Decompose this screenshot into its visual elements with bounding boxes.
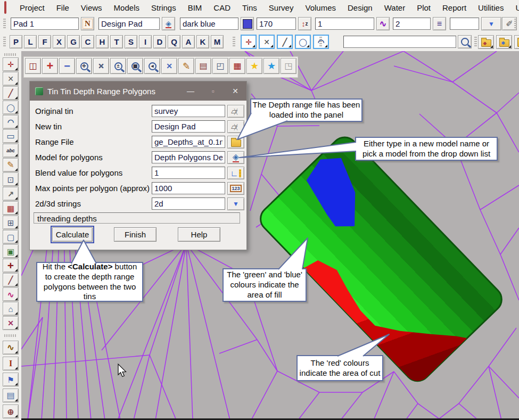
insert-tool-button[interactable]: I: [3, 357, 19, 370]
toolbar-grip[interactable]: [3, 37, 6, 47]
grid-tool-button[interactable]: ▦: [3, 201, 19, 215]
layers-button[interactable]: ◈: [227, 151, 244, 164]
point-snap-button[interactable]: ✛: [241, 35, 257, 49]
tin-button[interactable]: ▱╳: [227, 120, 244, 133]
toolbar-grip[interactable]: [514, 19, 517, 29]
toolbar-grip[interactable]: [4, 334, 17, 337]
redraw-button[interactable]: ✕: [161, 58, 177, 74]
snap-toggle-t[interactable]: T: [110, 35, 123, 48]
model-input[interactable]: [98, 18, 160, 30]
original-tin-input[interactable]: [152, 105, 225, 117]
notes-tool-button[interactable]: ▤: [3, 389, 19, 402]
snap-toggle-q[interactable]: Q: [168, 35, 180, 48]
height-input[interactable]: [257, 18, 296, 30]
text-tool-button[interactable]: abc: [3, 144, 19, 158]
toolbar-grip[interactable]: [233, 37, 235, 47]
menu-strings[interactable]: Strings: [145, 3, 182, 12]
sketch-tool-button[interactable]: ∿: [3, 341, 19, 355]
circle-snap-button[interactable]: ◯: [295, 35, 311, 49]
new-tin-input[interactable]: [152, 120, 225, 133]
snap-toggle-d[interactable]: D: [153, 35, 166, 48]
menu-bim[interactable]: BIM: [182, 3, 208, 12]
swatch-button[interactable]: [241, 17, 254, 30]
menu-file[interactable]: File: [51, 3, 75, 12]
colour-line-tool-button[interactable]: ∿: [3, 287, 19, 301]
zoom-extents-button[interactable]: ✛: [76, 58, 92, 74]
help-button[interactable]: Help: [178, 227, 220, 242]
number-button[interactable]: 123: [227, 182, 244, 195]
rectangle-tool-button[interactable]: ▭: [3, 129, 19, 143]
folder-button[interactable]: [227, 136, 244, 149]
linestyle-button[interactable]: ≡: [433, 17, 446, 30]
arc-tool-button[interactable]: ◠: [3, 115, 19, 129]
cross-snap-button[interactable]: ✕: [259, 35, 275, 49]
linestyle-input[interactable]: [393, 18, 431, 30]
snap-toggle-k[interactable]: K: [196, 35, 209, 48]
maximize-button[interactable]: ▫: [202, 87, 224, 95]
copy-button[interactable]: ◰: [212, 58, 228, 74]
menu-utilities[interactable]: Utilities: [472, 3, 509, 12]
search-button[interactable]: [458, 35, 472, 48]
pan-button[interactable]: ✛: [93, 58, 109, 74]
folder-gears-button[interactable]: ✱: [496, 35, 512, 49]
print-button[interactable]: ▤: [195, 58, 211, 74]
line-snap-button[interactable]: ╱: [277, 35, 293, 49]
menu-plot[interactable]: Plot: [411, 3, 436, 12]
finish-button[interactable]: Finish: [114, 227, 156, 242]
string-name-input[interactable]: [11, 18, 79, 30]
2d-3d-strings-input[interactable]: [152, 197, 225, 210]
snap-toggle-h[interactable]: H: [96, 35, 109, 48]
weight-input[interactable]: [315, 18, 374, 30]
label-tool-button[interactable]: ⚑: [3, 373, 19, 386]
remove-view-button[interactable]: −: [59, 58, 75, 74]
snap-toggle-c[interactable]: C: [81, 35, 94, 48]
calculate-button[interactable]: Calculate: [52, 227, 93, 242]
tinable-input[interactable]: [450, 18, 479, 30]
toolbar-grip[interactable]: [3, 19, 6, 29]
toolbar-grip[interactable]: [474, 37, 477, 47]
circle-tool-button[interactable]: ◯: [3, 101, 19, 114]
snap-toggle-s[interactable]: S: [125, 35, 137, 48]
snap-toggle-g[interactable]: G: [67, 35, 80, 48]
snap-toggle-p[interactable]: P: [10, 35, 22, 48]
line-tool-button[interactable]: ╱: [3, 86, 19, 100]
favourites-yellow-button[interactable]: ★: [246, 58, 262, 74]
folder-extra-button[interactable]: ✱: [514, 35, 519, 49]
menu-project[interactable]: Project: [14, 3, 51, 12]
zoom-in-out-button[interactable]: ±: [110, 58, 126, 74]
brush-button[interactable]: ✎: [178, 58, 194, 74]
menu-survey[interactable]: Survey: [263, 3, 300, 12]
colour-input[interactable]: [180, 18, 238, 30]
height-button[interactable]: ↕z: [298, 17, 311, 30]
measure-tool-button[interactable]: ↗: [3, 187, 19, 201]
snap-toggle-a[interactable]: A: [182, 35, 195, 48]
zoom-previous-button[interactable]: ◄: [144, 58, 160, 74]
image-tool-button[interactable]: ▣: [3, 244, 19, 258]
blend-value-for-polygons-input[interactable]: [152, 167, 225, 179]
snap-toggle-x[interactable]: X: [53, 35, 65, 48]
fence-tool-button[interactable]: ⌂: [3, 302, 19, 316]
max-points-per-polygon-approx-input[interactable]: [152, 182, 225, 194]
move-tool-button[interactable]: +: [3, 259, 19, 273]
flag-tool-button[interactable]: ⊕: [3, 405, 19, 418]
snap-toggle-i[interactable]: I: [139, 35, 152, 48]
menu-cad[interactable]: CAD: [208, 3, 236, 12]
blend-button[interactable]: ∟: [227, 167, 244, 179]
favourites-blue-button[interactable]: ★: [263, 58, 279, 74]
close-button[interactable]: ✕: [224, 87, 246, 95]
range-file-input[interactable]: [152, 136, 225, 148]
menu-report[interactable]: Report: [436, 3, 472, 12]
menu-tins[interactable]: Tins: [236, 3, 263, 12]
point-box-tool-button[interactable]: ⊡: [3, 172, 19, 186]
snap-toggle-m[interactable]: M: [211, 35, 224, 48]
dropdown-button[interactable]: ▼: [227, 197, 244, 210]
view-create-tool-button[interactable]: ⊞: [3, 216, 19, 229]
point-tool-button[interactable]: ✛: [3, 57, 19, 71]
menu-water[interactable]: Water: [378, 3, 411, 12]
weight-button[interactable]: ∿: [376, 17, 390, 30]
cross-tool-button[interactable]: ✕: [3, 72, 19, 86]
folder-cube-button[interactable]: ◆: [478, 35, 494, 49]
delete-points-tool-button[interactable]: ✕: [3, 316, 19, 330]
menu-user[interactable]: User: [509, 3, 519, 12]
toolbar-grip[interactable]: [319, 37, 322, 47]
